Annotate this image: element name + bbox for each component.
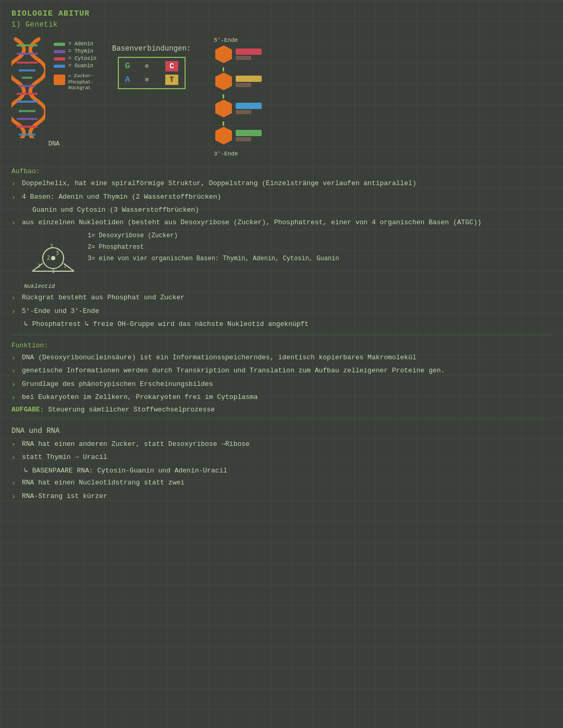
bullet-text-1: Doppelhelix, hat eine spiralförmige Stru… (22, 178, 417, 189)
bullet-arrow-4: › (11, 293, 18, 304)
base-pair-box: G ≡ C A ≡ T (118, 57, 186, 89)
legend-color-guanin (54, 65, 65, 68)
bullet-rueckgrat: › Rückgrat besteht aus Phosphat und Zuck… (11, 293, 552, 304)
sugar-hex-2 (214, 71, 234, 91)
svg-text:1: 1 (52, 268, 55, 274)
base-connections-title: Basenverbindungen: (112, 44, 191, 53)
funktion-label: Funktion: (11, 342, 552, 349)
legend-thymin: = Thymin (54, 48, 96, 54)
legend-rueckgrat: = Zucker-Phosphat-Rückgrat (54, 74, 96, 92)
svg-marker-13 (215, 72, 232, 90)
base-bar-c (236, 48, 262, 55)
base-bar-a (236, 103, 262, 109)
bullet-arrow-11: › (11, 453, 18, 463)
bullet-nukleotide: › aus einzelnen Nukleotiden (besteht aus… (11, 217, 552, 228)
bullet-eukaryoten: › bei Eukaryoten im Zellkern, Prokaryote… (11, 392, 552, 403)
sugar-hex-3 (214, 99, 234, 118)
base-a: A (125, 75, 130, 84)
bullet-sub-guanin: Guanin und Cytosin (3 Wasserstoffbrücken… (32, 205, 552, 215)
section-heading: 1) Genetik (11, 20, 552, 29)
bullet-grundlage: › Grundlage des phänotypischen Erscheinu… (11, 379, 552, 390)
sugar-hex-1 (214, 44, 234, 64)
bullet-arrow-9: › (11, 393, 18, 403)
bullet-text-12: RNA hat einen Nucleotidstrang statt zwei (22, 478, 185, 488)
legend-label-adenin: = Adenin (68, 41, 93, 47)
bullet-text-3: aus einzelnen Nukleotiden (besteht aus D… (22, 217, 482, 228)
stem-1 (223, 67, 224, 71)
bullet-doppelhelix: › Doppelhelix, hat eine spiralförmige St… (11, 178, 552, 189)
nucleotid-svg: 2 3 1 2 1 3 (27, 232, 79, 279)
bullet-arrow-10: › (11, 440, 18, 450)
strand-section: 5'-Ende (214, 37, 262, 158)
bullet-arrow-5: › (11, 307, 18, 317)
bullet-4basen: › 4 Basen: Adenin und Thymin (2 Wasserst… (11, 192, 552, 203)
bonds-at: ≡ (145, 76, 151, 84)
bullet-text-5: 5'-Ende und 3'-Ende (22, 306, 99, 317)
nucleotid-label-3: 3= eine von vier organischen Basen: Thym… (88, 255, 339, 262)
nuc-row-c (214, 44, 262, 64)
strand-3-end-label: 3'-Ende (214, 151, 262, 157)
base-t: T (165, 75, 178, 85)
base-bar-g2 (236, 137, 251, 141)
bullet-text-10: RNA hat einen anderen Zucker, statt Deso… (22, 439, 250, 450)
base-bar-t2 (236, 83, 251, 87)
svg-text:3: 3 (56, 250, 59, 256)
legend-color-adenin (54, 43, 65, 46)
bullet-arrow-2: › (11, 192, 18, 203)
nucleotid-bottom-label: Nukleotid (24, 283, 552, 289)
bonds-gc: ≡ (145, 63, 151, 70)
base-connections-panel: Basenverbindungen: G ≡ C A ≡ T (112, 44, 191, 89)
dna-bottom-label: DNA (48, 140, 60, 148)
base-bar-t (236, 76, 262, 82)
bullet-genetisch: › genetische Informationen werden durch … (11, 366, 552, 377)
legend-guanin: = Guanin (54, 63, 96, 69)
bullet-text-2: 4 Basen: Adenin und Thymin (2 Wasserstof… (22, 192, 221, 202)
bullet-dna-info: › DNA (Desoxyribonucleinsäure) ist ein I… (11, 353, 552, 363)
bullet-text-11: statt Thymin → Uracil (22, 452, 107, 463)
aufgabe-text: Steuerung sämtlicher Stoffwechselprozess… (48, 406, 215, 414)
bullet-text-7: genetische Informationen werden durch Tr… (22, 366, 445, 376)
dna-left-panel: = Adenin = Thymin = Cytosin = Guanin = Z… (11, 34, 96, 148)
arrow-sub-phosphat: ↳ Phosphatrest ↳ freie OH-Gruppe wird da… (24, 319, 552, 330)
svg-marker-14 (215, 100, 232, 117)
base-pair-gc: G ≡ C (125, 61, 178, 71)
bullet-arrow-1: › (11, 179, 18, 189)
bullet-rna-strang: › RNA hat einen Nucleotidstrang statt zw… (11, 478, 552, 489)
base-g: G (125, 62, 130, 71)
nuc-row-a (214, 99, 262, 118)
bullet-arrow-12: › (11, 478, 18, 489)
bullet-enden: › 5'-Ende und 3'-Ende (11, 306, 552, 317)
bullet-rna-thymin: › statt Thymin → Uracil (11, 452, 552, 463)
bullet-arrow-3: › (11, 218, 18, 228)
legend-cytosin: = Cytosin (54, 56, 96, 62)
bullet-text-6: DNA (Desoxyribonucleinsäure) ist ein Inf… (22, 353, 417, 363)
bullet-arrow-7: › (11, 366, 18, 377)
stem-3 (223, 122, 224, 126)
svg-point-20 (51, 256, 55, 260)
legend-label-cytosin: = Cytosin (68, 56, 96, 62)
svg-marker-12 (215, 45, 232, 63)
bullet-text-4: Rückgrat besteht aus Phosphat und Zucker (22, 293, 185, 303)
dna-diagram-area: = Adenin = Thymin = Cytosin = Guanin = Z… (11, 34, 552, 158)
legend-label-guanin: = Guanin (68, 63, 93, 69)
legend-label-thymin: = Thymin (68, 48, 93, 54)
stem-2 (223, 94, 224, 99)
arrow-sub-basenpaare: ↳ BASENPAARE RNA: Cytosin-Guanin und Ade… (24, 466, 552, 476)
base-bar-a2 (236, 110, 251, 114)
bullet-rna-kuerzer: › RNA-Strang ist kürzer (11, 491, 552, 502)
bullet-rna-zucker: › RNA hat einen anderen Zucker, statt De… (11, 439, 552, 450)
nucleotid-label-2: 2= Phosphatrest (88, 244, 339, 251)
base-c: C (165, 61, 178, 71)
svg-text:3: 3 (50, 244, 53, 249)
legend-label-rueckgrat: = Zucker-Phosphat-Rückgrat (68, 74, 94, 92)
nucleotide-chain (214, 44, 262, 149)
aufgabe-line: AUFGABE: Steuerung sämtlicher Stoffwechs… (11, 406, 552, 414)
svg-text:1: 1 (64, 263, 66, 269)
dna-legend: = Adenin = Thymin = Cytosin = Guanin = Z… (54, 41, 96, 92)
bullet-arrow-8: › (11, 380, 18, 390)
strand-5-end-label: 5'-Ende (214, 37, 262, 43)
dna-rna-title: DNA und RNA (11, 427, 552, 435)
bullet-arrow-13: › (11, 492, 18, 502)
nucleotid-label-1: 1= Desoxyribose (Zucker) (88, 232, 339, 239)
nucleotid-diagram: 2 3 1 2 1 3 1= Desoxyribose (Zucker) 2= … (27, 232, 552, 279)
